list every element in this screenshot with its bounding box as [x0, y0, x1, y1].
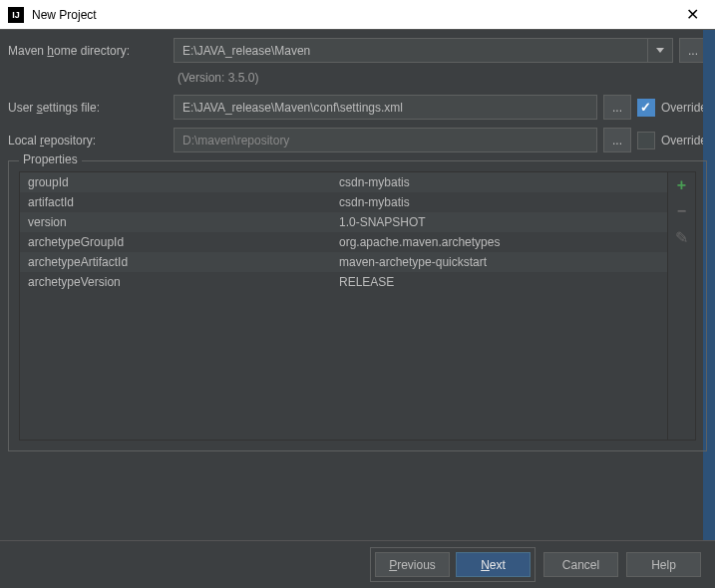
- local-repo-browse-button[interactable]: ...: [603, 128, 631, 152]
- previous-button[interactable]: Previous: [375, 552, 450, 577]
- local-repo-override-checkbox[interactable]: [637, 132, 655, 149]
- user-settings-input[interactable]: E:\JAVA_release\Maven\conf\settings.xml: [174, 95, 597, 120]
- maven-home-label: Maven home directory:: [8, 44, 168, 58]
- property-value: RELEASE: [339, 275, 667, 289]
- help-button[interactable]: Help: [626, 552, 701, 577]
- properties-panel: Properties groupIdcsdn-mybatisartifactId…: [8, 160, 707, 451]
- property-key: groupId: [20, 175, 339, 189]
- next-button[interactable]: Next: [456, 552, 531, 577]
- cancel-button[interactable]: Cancel: [543, 552, 618, 577]
- property-value: csdn-mybatis: [339, 175, 667, 189]
- property-key: version: [20, 215, 339, 229]
- edit-icon[interactable]: ✎: [673, 228, 691, 246]
- local-repo-override-label: Override: [661, 134, 707, 147]
- content-area: Maven home directory: E:\JAVA_release\Ma…: [0, 30, 715, 459]
- user-settings-override-checkbox[interactable]: [637, 99, 655, 117]
- titlebar: IJ New Project ✕: [0, 0, 715, 30]
- footer: Previous Next Cancel Help: [0, 540, 715, 588]
- user-settings-label: User settings file:: [8, 101, 168, 115]
- properties-table: groupIdcsdn-mybatisartifactIdcsdn-mybati…: [19, 171, 696, 441]
- table-row[interactable]: archetypeGroupIdorg.apache.maven.archety…: [20, 232, 667, 252]
- properties-title: Properties: [19, 152, 82, 166]
- table-row[interactable]: artifactIdcsdn-mybatis: [20, 192, 667, 212]
- property-value: org.apache.maven.archetypes: [339, 235, 667, 249]
- user-settings-override-label: Override: [661, 101, 707, 115]
- property-value: 1.0-SNAPSHOT: [339, 215, 667, 229]
- maven-version-text: (Version: 3.5.0): [8, 71, 707, 85]
- app-icon: IJ: [8, 7, 24, 23]
- property-key: archetypeGroupId: [20, 235, 339, 249]
- close-icon[interactable]: ✕: [678, 5, 707, 24]
- user-settings-browse-button[interactable]: ...: [603, 95, 631, 120]
- chevron-down-icon[interactable]: [647, 38, 672, 63]
- local-repo-label: Local repository:: [8, 134, 168, 147]
- maven-home-value: E:\JAVA_release\Maven: [182, 44, 310, 58]
- table-row[interactable]: archetypeVersionRELEASE: [20, 272, 667, 292]
- table-row[interactable]: archetypeArtifactIdmaven-archetype-quick…: [20, 252, 667, 272]
- property-value: maven-archetype-quickstart: [339, 255, 667, 269]
- add-icon[interactable]: +: [673, 176, 691, 194]
- maven-home-dropdown[interactable]: E:\JAVA_release\Maven: [174, 38, 673, 63]
- property-key: archetypeVersion: [20, 275, 339, 289]
- properties-actions: + − ✎: [667, 172, 695, 440]
- property-key: archetypeArtifactId: [20, 255, 339, 269]
- property-key: artifactId: [20, 195, 339, 209]
- local-repo-input[interactable]: D:\maven\repository: [174, 128, 597, 152]
- window-title: New Project: [32, 8, 678, 22]
- remove-icon[interactable]: −: [673, 202, 691, 220]
- property-value: csdn-mybatis: [339, 195, 667, 209]
- table-row[interactable]: groupIdcsdn-mybatis: [20, 172, 667, 192]
- table-row[interactable]: version1.0-SNAPSHOT: [20, 212, 667, 232]
